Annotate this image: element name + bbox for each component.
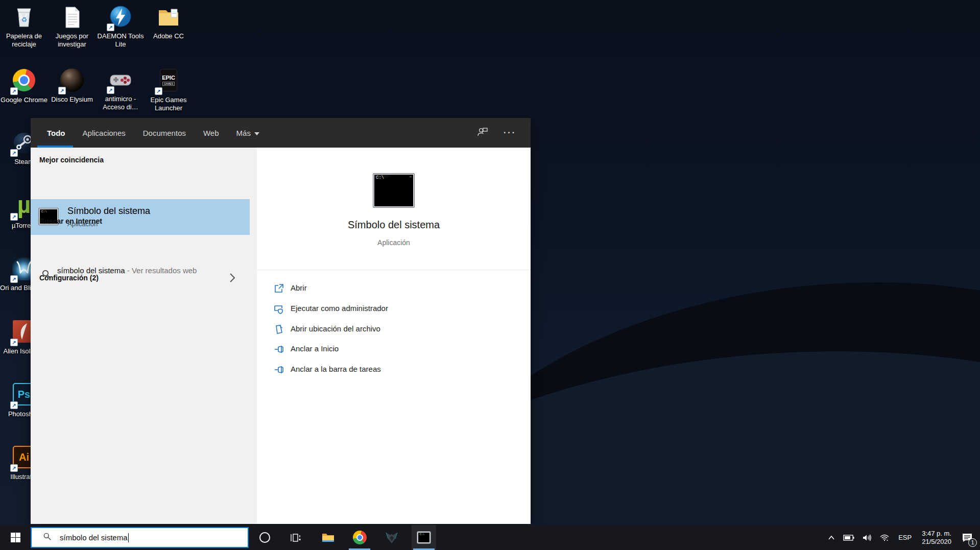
action-pin-to-taskbar[interactable]: Anclar a la barra de tareas (257, 360, 531, 380)
clock-date: 21/5/2020 (922, 538, 951, 546)
cmd-app-icon-large: C:\ ▪▪ (373, 174, 414, 207)
daemon-tools-icon: ↗ (108, 5, 133, 30)
section-header-settings[interactable]: Configuración (2) (39, 274, 99, 282)
desktop-icon-antimicro[interactable]: ↗ antimicro - Acceso di… (97, 68, 145, 111)
desktop-icon-label: Epic Games Launcher (145, 96, 193, 112)
action-label: Anclar a la barra de tareas (291, 365, 381, 373)
tab-aplicaciones[interactable]: Aplicaciones (83, 129, 126, 137)
search-icon (43, 532, 52, 543)
notification-badge: 1 (968, 538, 977, 547)
tray-chevron-up-icon[interactable] (824, 525, 839, 550)
search-results-list: Mejor coincidencia C:\ Símbolo del siste… (31, 148, 257, 524)
cmd-window-buttons: ▪▪ (410, 175, 412, 178)
cmd-taskbar-button[interactable]: C:\ (412, 525, 436, 550)
cortana-button[interactable] (252, 525, 277, 550)
action-open[interactable]: Abrir (257, 278, 531, 299)
feedback-user-icon[interactable] (477, 126, 488, 139)
svg-text:♻: ♻ (21, 16, 27, 23)
desktop-icon-label: antimicro - Acceso di… (97, 95, 145, 111)
tab-todo[interactable]: Todo (47, 129, 65, 137)
battery-icon[interactable] (839, 525, 858, 550)
pin-icon (274, 365, 284, 377)
clock[interactable]: 3:47 p. m. 21/5/2020 (917, 530, 957, 546)
cmd-prompt-text: C:\ (376, 175, 384, 180)
desktop-icon-juegos-doc[interactable]: Juegos por investigar (48, 5, 96, 49)
file-explorer-button[interactable] (316, 525, 340, 550)
predator-icon (384, 531, 399, 545)
start-button[interactable] (0, 525, 31, 550)
result-detail-pane: C:\ ▪▪ Símbolo del sistema Aplicación Ab… (257, 148, 531, 524)
cmd-prompt-text: C:\ (420, 533, 424, 536)
result-title: Símbolo del sistema (67, 206, 150, 217)
recycle-bin-icon: ♻ (12, 5, 36, 30)
desktop-icon-recycle-bin[interactable]: ♻ Papelera de reciclaje (0, 5, 48, 49)
pin-icon (274, 344, 284, 356)
section-header-web: Buscar en Internet (39, 217, 102, 225)
shortcut-arrow-icon: ↗ (10, 213, 18, 221)
shortcut-arrow-icon: ↗ (10, 464, 18, 472)
epic-games-icon: EPIC GAMES ↗ (156, 69, 181, 93)
chevron-right-icon[interactable] (228, 272, 236, 286)
clock-time: 3:47 p. m. (922, 530, 951, 538)
desktop-icon-label: Juegos por investigar (48, 32, 96, 49)
shortcut-arrow-icon: ↗ (10, 339, 18, 346)
desktop-icon-google-chrome[interactable]: ↗ Google Chrome (0, 68, 48, 104)
chrome-icon: ↗ (12, 69, 36, 93)
detail-subtitle: Aplicación (257, 238, 531, 247)
language-indicator[interactable]: ESP (893, 525, 917, 550)
shortcut-arrow-icon: ↗ (107, 23, 114, 31)
search-flyout-panel: Todo Aplicaciones Documentos Web Más ···… (31, 118, 531, 524)
desktop-icon-label: Papelera de reciclaje (0, 32, 48, 49)
predator-sense-button[interactable] (379, 525, 404, 550)
desktop-icon-epic-games[interactable]: EPIC GAMES ↗ Epic Games Launcher (145, 68, 193, 112)
action-center-button[interactable]: 1 (957, 525, 980, 550)
more-options-icon[interactable]: ··· (504, 128, 516, 137)
epic-text: EPIC (162, 75, 175, 81)
section-header-best-match: Mejor coincidencia (39, 156, 104, 164)
cortana-icon (259, 532, 270, 543)
action-run-as-admin[interactable]: Ejecutar como administrador (257, 299, 531, 319)
desktop-icon-label: DAEMON Tools Lite (97, 32, 145, 49)
action-pin-to-start[interactable]: Anclar a Inicio (257, 339, 531, 360)
gamepad-icon: ↗ (108, 68, 133, 92)
system-tray: ESP 3:47 p. m. 21/5/2020 1 (824, 525, 980, 550)
divider (257, 270, 531, 270)
task-view-button[interactable] (283, 525, 307, 550)
desktop-icon-label: Google Chrome (0, 96, 48, 104)
tab-mas[interactable]: Más (236, 129, 259, 137)
chevron-down-icon (254, 132, 259, 135)
volume-icon[interactable] (858, 525, 876, 550)
chrome-taskbar-button[interactable] (347, 525, 372, 550)
web-suffix-text: - Ver resultados web (125, 266, 197, 275)
cmd-prompt-text: C:\ (41, 210, 47, 213)
action-label: Abrir ubicación del archivo (291, 324, 380, 333)
search-tabs-header: Todo Aplicaciones Documentos Web Más ··· (31, 118, 531, 148)
shortcut-arrow-icon: ↗ (10, 87, 18, 95)
desktop-icon-adobe-cc[interactable]: Adobe CC (145, 5, 193, 40)
action-open-file-location[interactable]: Abrir ubicación del archivo (257, 319, 531, 340)
desktop-icon-daemon-tools[interactable]: ↗ DAEMON Tools Lite (97, 5, 145, 49)
wifi-icon[interactable] (876, 525, 893, 550)
search-input-text: símbolo del sistema (60, 533, 128, 542)
disco-elysium-icon: ↗ (60, 68, 84, 93)
tab-web[interactable]: Web (203, 129, 219, 137)
document-icon (60, 5, 84, 30)
desktop-icon-disco-elysium[interactable]: ↗ Disco Elysium (48, 68, 96, 104)
epic-games-text: GAMES (162, 82, 175, 86)
shortcut-arrow-icon: ↗ (107, 86, 114, 94)
folder-icon (156, 5, 181, 30)
chrome-icon (353, 531, 367, 544)
file-location-icon (274, 324, 284, 337)
file-explorer-icon (321, 531, 335, 544)
taskbar: símbolo del sistema (0, 525, 980, 550)
cmd-icon: C:\ (417, 532, 431, 543)
tab-mas-label: Más (236, 129, 251, 137)
text-caret (128, 533, 129, 542)
shortcut-arrow-icon: ↗ (10, 149, 18, 157)
action-label: Ejecutar como administrador (291, 304, 388, 313)
taskbar-search-box[interactable]: símbolo del sistema (31, 527, 249, 548)
windows-logo-icon (11, 533, 20, 542)
shortcut-arrow-icon: ↗ (10, 275, 18, 283)
tab-documentos[interactable]: Documentos (143, 129, 186, 137)
task-view-icon (289, 532, 301, 544)
